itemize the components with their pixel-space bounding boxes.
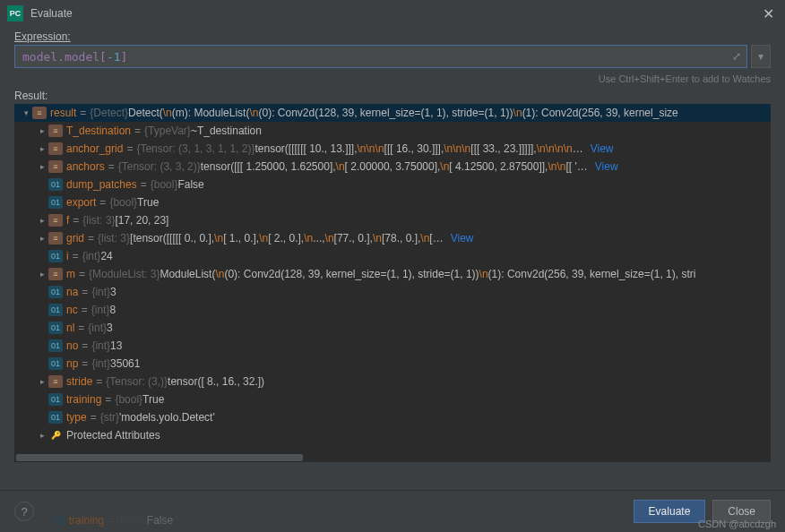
type-info: {int} <box>91 304 110 316</box>
close-icon[interactable]: ✕ <box>759 5 778 22</box>
tree-arrow-icon[interactable]: ▸ <box>36 377 48 386</box>
tree-arrow-icon[interactable]: ▸ <box>36 144 48 153</box>
tree-arrow-icon[interactable]: ▸ <box>36 162 48 171</box>
primitive-icon: 01 <box>48 339 63 352</box>
value-text: 8 <box>109 304 116 316</box>
variable-name: nl <box>66 322 74 334</box>
variable-name: f <box>66 214 69 227</box>
tree-row[interactable]: ▸01nl={int} 3 <box>14 319 771 337</box>
variable-name: no <box>66 339 78 352</box>
object-icon: ≡ <box>48 375 63 388</box>
type-info: {list: 3} <box>98 232 130 245</box>
tree-arrow-icon[interactable]: ▸ <box>36 234 48 243</box>
tree-row[interactable]: ▸≡anchor_grid={Tensor: (3, 1, 3, 1, 1, 2… <box>14 140 771 158</box>
tree-row[interactable]: ▸01nc={int} 8 <box>14 301 771 319</box>
type-info: {bool} <box>151 178 178 191</box>
equals-sign: = <box>82 339 88 352</box>
tree-row[interactable]: ▸≡m={ModuleList: 3} ModuleList(\n (0): C… <box>14 265 771 283</box>
value-text: True <box>137 196 159 209</box>
variable-name: grid <box>66 232 84 245</box>
type-info: {str} <box>100 411 119 424</box>
tree-row[interactable]: ▸01na={int} 3 <box>14 283 771 301</box>
view-link[interactable]: View <box>595 160 618 173</box>
type-info: {Tensor: (3, 1, 3, 1, 1, 2)} <box>136 142 254 155</box>
tree-row[interactable]: ▸01type={str} 'models.yolo.Detect' <box>14 408 771 426</box>
equals-sign: = <box>126 142 133 155</box>
view-link[interactable]: View <box>451 232 474 245</box>
tree-row[interactable]: ▸🔑Protected Attributes <box>14 426 771 444</box>
variable-name: T_destination <box>66 124 131 137</box>
pycharm-icon: PC <box>7 5 23 21</box>
tree-row[interactable]: ▸01dump_patches={bool} False <box>14 176 771 193</box>
hint-text: Use Ctrl+Shift+Enter to add to Watches <box>0 72 785 90</box>
value-fragment: \n <box>336 160 345 173</box>
value-fragment: \n <box>373 232 382 245</box>
tree-row[interactable]: ▸≡f={list: 3} [17, 20, 23] <box>14 211 771 229</box>
value-text: tensor([ 8., 16., 32.]) <box>168 375 264 388</box>
horizontal-scrollbar[interactable] <box>14 453 771 462</box>
tree-row[interactable]: ▸01np={int} 35061 <box>14 355 771 373</box>
result-tree[interactable]: ▾≡result={Detect} Detect(\n (m): ModuleL… <box>14 104 771 462</box>
value-fragment: Detect( <box>128 107 163 119</box>
equals-sign: = <box>79 268 85 280</box>
tree-arrow-icon[interactable]: ▾ <box>20 108 32 117</box>
value-fragment: \n <box>420 232 429 245</box>
evaluate-button[interactable]: Evaluate <box>634 500 706 523</box>
value-fragment: tensor([[[ 1.25000, 1.62500], <box>201 160 336 173</box>
window-title: Evaluate <box>30 7 759 20</box>
value-fragment: \n <box>304 232 313 245</box>
expression-row: model.model[-1] ⤢ ▾ <box>0 45 785 72</box>
variable-name: stride <box>66 375 92 388</box>
scrollbar-thumb[interactable] <box>16 454 303 461</box>
value-fragment: \n <box>214 232 223 245</box>
tree-row[interactable]: ▸01export={bool} True <box>14 193 771 211</box>
help-icon[interactable]: ? <box>14 502 34 521</box>
equals-sign: = <box>80 107 86 119</box>
equals-sign: = <box>82 304 88 316</box>
tree-row[interactable]: ▸≡stride={Tensor: (3,)} tensor([ 8., 16.… <box>14 373 771 390</box>
tree-row[interactable]: ▾≡result={Detect} Detect(\n (m): ModuleL… <box>14 104 771 122</box>
value-fragment: (m): ModuleList( <box>172 107 250 119</box>
value-fragment: [ 1., 0.], <box>223 232 259 245</box>
object-icon: ≡ <box>48 160 63 173</box>
tree-arrow-icon[interactable]: ▸ <box>36 216 48 225</box>
tree-row[interactable]: ▸01no={int} 13 <box>14 337 771 355</box>
value-text: [17, 20, 23] <box>115 214 168 227</box>
value-fragment: \n <box>249 107 258 119</box>
type-info: {int} <box>82 250 101 262</box>
tree-row[interactable]: ▸≡T_destination={TypeVar} ~T_destination <box>14 122 771 140</box>
variable-name: m <box>66 268 75 280</box>
equals-sign: = <box>105 393 111 406</box>
type-info: {ModuleList: 3} <box>89 268 160 280</box>
equals-sign: = <box>96 375 102 388</box>
tree-arrow-icon[interactable]: ▸ <box>36 270 48 279</box>
equals-sign: = <box>88 232 94 245</box>
expression-label: Expression: <box>0 27 785 45</box>
tree-arrow-icon[interactable]: ▸ <box>36 126 48 135</box>
value-fragment: ModuleList( <box>160 268 215 280</box>
equals-sign: = <box>82 286 88 298</box>
equals-sign: = <box>78 322 84 334</box>
tree-row[interactable]: ▸01i={int} 24 <box>14 247 771 265</box>
value-fragment: [ 2., 0.], <box>268 232 304 245</box>
value-fragment: [… <box>429 232 443 245</box>
variable-name: training <box>66 393 101 406</box>
history-dropdown[interactable]: ▾ <box>751 45 771 68</box>
primitive-icon: 01 <box>48 393 63 406</box>
expand-icon[interactable]: ⤢ <box>732 50 741 63</box>
primitive-icon: 01 <box>48 196 63 209</box>
tree-row[interactable]: ▸≡anchors={Tensor: (3, 3, 2)} tensor([[[… <box>14 158 771 176</box>
view-link[interactable]: View <box>591 142 614 155</box>
value-text: ~T_destination <box>191 124 262 137</box>
tree-row[interactable]: ▸≡grid={list: 3} [tensor([[[[[ 0., 0.],\… <box>14 229 771 247</box>
background-row: 01 training = {bool} False <box>54 514 173 527</box>
tree-row[interactable]: ▸01training={bool} True <box>14 390 771 408</box>
expression-input[interactable]: model.model[-1] ⤢ <box>14 45 747 68</box>
equals-sign: = <box>73 214 79 227</box>
value-fragment: \n\n\n <box>358 142 384 155</box>
variable-name: export <box>66 196 96 209</box>
variable-name: result <box>50 107 76 119</box>
tree-arrow-icon[interactable]: ▸ <box>36 431 48 440</box>
equals-sign: = <box>108 160 115 173</box>
equals-sign: = <box>141 178 147 191</box>
